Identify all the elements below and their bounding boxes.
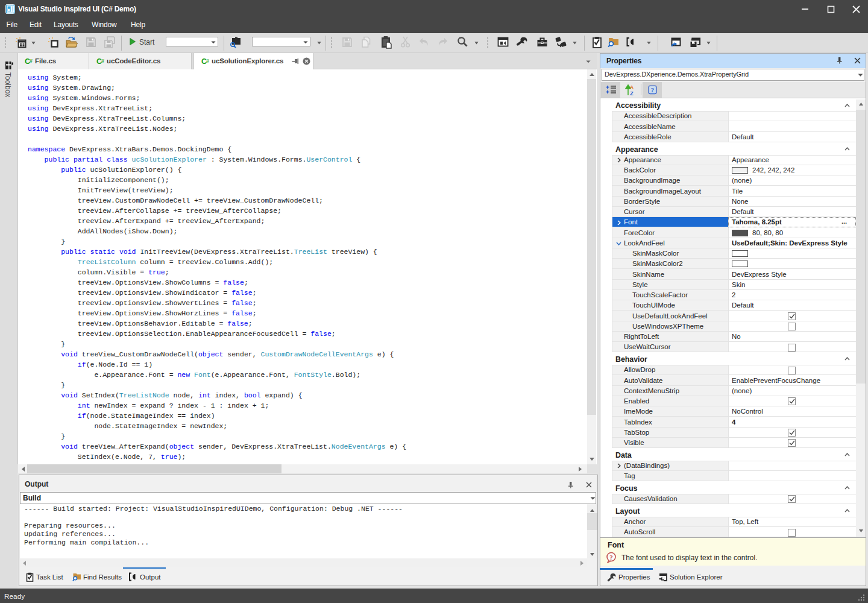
svg-text:#: # bbox=[206, 58, 209, 64]
svg-text:#: # bbox=[101, 58, 104, 64]
svg-text:?: ? bbox=[651, 87, 654, 93]
svg-text:#: # bbox=[30, 58, 33, 64]
svg-text:A: A bbox=[630, 84, 634, 90]
svg-text:Z: Z bbox=[630, 90, 634, 96]
svg-text:?: ? bbox=[609, 554, 613, 561]
